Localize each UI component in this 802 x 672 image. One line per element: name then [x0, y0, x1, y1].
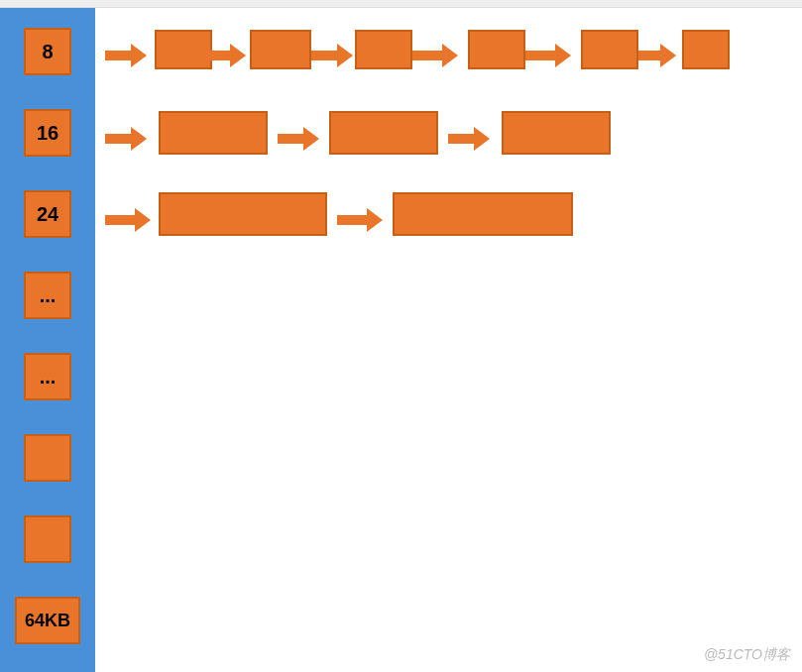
link-arrow-icon: [105, 208, 151, 232]
freelist-block: [393, 192, 573, 236]
slab-slot-24: 24: [24, 190, 71, 238]
slab-slot-label: 8: [42, 41, 53, 63]
watermark-text: @51CTO博客: [704, 646, 790, 664]
freelist-block: [355, 30, 412, 69]
slab-slot-64kb: 64KB: [15, 597, 80, 644]
slab-slot-label: 24: [37, 203, 58, 226]
freelist-block: [581, 30, 638, 69]
freelist-block: [159, 111, 268, 155]
slab-slot-empty: [24, 434, 71, 482]
link-arrow-icon: [208, 44, 246, 67]
link-arrow-icon: [525, 44, 571, 67]
slab-slot-16: 16: [24, 109, 71, 157]
link-arrow-icon: [105, 127, 147, 151]
slab-slot-label: 64KB: [25, 611, 70, 631]
freelist-block: [329, 111, 438, 155]
slab-slot-8: 8: [24, 28, 71, 75]
diagram-canvas: 8 16 24 ... ... 64KB @51CTO博客: [0, 8, 802, 672]
freelist-block: [250, 30, 311, 69]
slab-index-sidebar: [0, 8, 95, 672]
slab-slot-more: ...: [24, 272, 71, 319]
window-top-bar: [0, 0, 802, 8]
slab-slot-label: 16: [37, 122, 58, 145]
slab-slot-label: ...: [40, 284, 57, 307]
slab-slot-label: ...: [40, 366, 57, 389]
freelist-block: [468, 30, 525, 69]
link-arrow-icon: [311, 44, 353, 67]
slab-slot-more: ...: [24, 353, 71, 400]
link-arrow-icon: [638, 44, 676, 67]
freelist-block: [155, 30, 212, 69]
slab-slot-empty: [24, 515, 71, 563]
link-arrow-icon: [337, 208, 383, 232]
freelist-block: [682, 30, 730, 69]
link-arrow-icon: [412, 44, 458, 67]
link-arrow-icon: [278, 127, 319, 151]
freelist-block: [159, 192, 327, 236]
freelist-block: [502, 111, 611, 155]
link-arrow-icon: [105, 44, 147, 67]
link-arrow-icon: [448, 127, 490, 151]
